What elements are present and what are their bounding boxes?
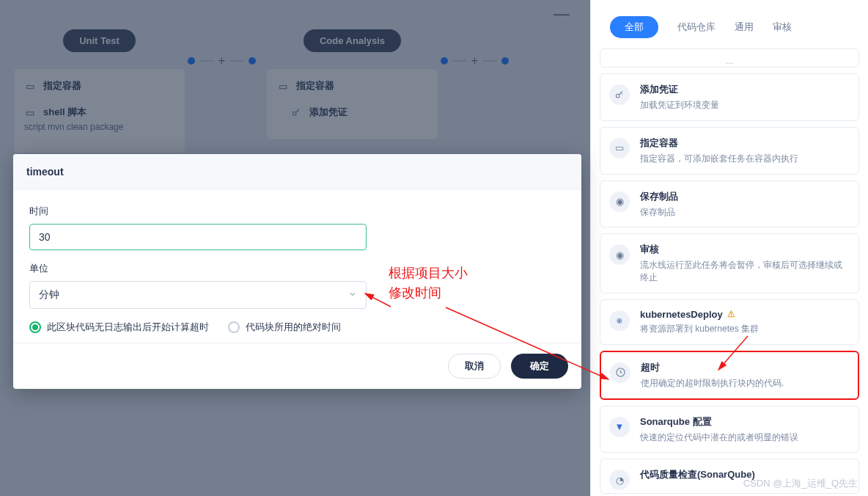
- timeout-modal: timeout 时间 单位 分钟 此区块代码无日志输出后开始计算超时 代码块所用…: [13, 154, 581, 389]
- radio-icon-checked: [29, 321, 41, 333]
- tab-repo[interactable]: 代码仓库: [677, 21, 716, 34]
- sonar-icon: ▼: [609, 417, 630, 437]
- key-icon: [609, 84, 630, 105]
- modal-footer: 取消 确定: [13, 343, 581, 389]
- sidebar-item-desc: 加载凭证到环境变量: [640, 99, 719, 112]
- unit-value: 分钟: [39, 288, 59, 302]
- sidebar-item-review[interactable]: ◉ 审核 流水线运行至此任务将会暂停，审核后可选择继续或终止: [600, 233, 859, 293]
- clock-icon: [610, 362, 630, 383]
- sidebar-item-title: kubernetesDeploy ⚠: [640, 309, 759, 320]
- radio-label: 此区块代码无日志输出后开始计算超时: [47, 321, 209, 334]
- tab-general[interactable]: 通用: [735, 21, 754, 34]
- tab-all[interactable]: 全部: [610, 16, 658, 38]
- watermark: CSDN @上海_运维_Q先生: [743, 477, 858, 490]
- modal-body: 时间 单位 分钟 此区块代码无日志输出后开始计算超时 代码块所用的绝对时间: [13, 190, 581, 343]
- sidebar-item-timeout[interactable]: 超时 使用确定的超时限制执行块内的代码.: [600, 351, 859, 400]
- sidebar-item-kubernetes[interactable]: ⎈ kubernetesDeploy ⚠ 将资源部署到 kubernetes 集…: [600, 299, 859, 345]
- time-input[interactable]: [29, 224, 367, 250]
- tab-review[interactable]: 审核: [773, 21, 792, 34]
- radio-absolute[interactable]: 代码块所用的绝对时间: [228, 321, 341, 334]
- review-icon: ◉: [609, 244, 630, 265]
- sidebar-item-desc: 使用确定的超时限制执行块内的代码.: [641, 377, 784, 390]
- sidebar-item-desc: 指定容器，可添加嵌套任务在容器内执行: [640, 153, 798, 165]
- radio-label: 代码块所用的绝对时间: [246, 321, 341, 334]
- sidebar-item-desc: 将资源部署到 kubernetes 集群: [640, 323, 759, 335]
- time-label: 时间: [29, 205, 565, 218]
- radio-group: 此区块代码无日志输出后开始计算超时 代码块所用的绝对时间: [29, 321, 565, 334]
- unit-select[interactable]: 分钟: [29, 281, 367, 309]
- sidebar-item-title: 超时: [641, 361, 784, 374]
- sidebar-item-title: 保存制品: [640, 190, 678, 203]
- kubernetes-icon: ⎈: [609, 310, 630, 331]
- sidebar-item-container[interactable]: ▭ 指定容器 指定容器，可添加嵌套任务在容器内执行: [600, 127, 859, 175]
- sidebar-panel: 全部 代码仓库 通用 审核 … 添加凭证 加载凭证到环境变量 ▭ 指定容器 指定…: [590, 0, 868, 496]
- sidebar-tabs: 全部 代码仓库 通用 审核: [591, 0, 868, 48]
- sidebar-item-desc: 快速的定位代码中潜在的或者明显的错误: [640, 431, 798, 444]
- cancel-button[interactable]: 取消: [448, 354, 501, 379]
- unit-label: 单位: [29, 262, 565, 275]
- sidebar-item-title: 审核: [640, 243, 848, 256]
- confirm-button[interactable]: 确定: [511, 354, 568, 379]
- sidebar-item-title: Sonarqube 配置: [640, 415, 798, 428]
- quality-icon: ◔: [609, 470, 630, 490]
- sidebar-item-title: 代码质量检查(SonarQube): [640, 468, 755, 481]
- radio-after-idle[interactable]: 此区块代码无日志输出后开始计算超时: [29, 321, 209, 334]
- radio-icon: [228, 321, 240, 333]
- container-icon: ▭: [609, 138, 630, 158]
- sidebar-item-desc: 流水线运行至此任务将会暂停，审核后可选择继续或终止: [640, 259, 848, 284]
- sidebar-list: … 添加凭证 加载凭证到环境变量 ▭ 指定容器 指定容器，可添加嵌套任务在容器内…: [591, 48, 868, 494]
- title-text: kubernetesDeploy: [640, 309, 723, 320]
- sidebar-item-artifact[interactable]: ◉ 保存制品 保存制品: [600, 180, 859, 228]
- warn-icon: ⚠: [727, 309, 735, 319]
- sidebar-item-desc: 保存制品: [640, 206, 678, 219]
- target-icon: ◉: [609, 192, 630, 212]
- sidebar-item-sonarqube[interactable]: ▼ Sonarqube 配置 快速的定位代码中潜在的或者明显的错误: [600, 406, 859, 453]
- modal-title: timeout: [13, 154, 581, 190]
- chevron-down-icon: [348, 289, 357, 301]
- sidebar-item-clipped[interactable]: …: [600, 48, 859, 68]
- sidebar-item-add-cred[interactable]: 添加凭证 加载凭证到环境变量: [600, 73, 859, 121]
- sidebar-item-title: 指定容器: [640, 136, 798, 150]
- sidebar-item-title: 添加凭证: [640, 83, 719, 96]
